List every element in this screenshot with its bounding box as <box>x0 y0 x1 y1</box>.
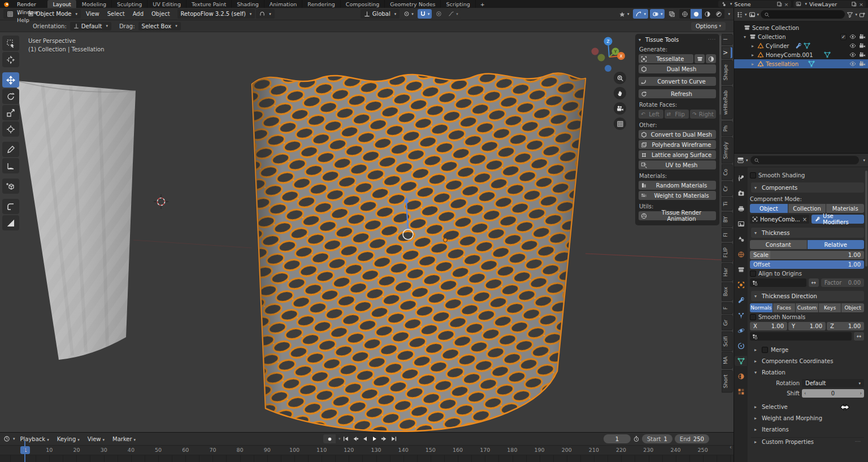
render-visibility-icon[interactable] <box>859 51 866 58</box>
polyhedra-wireframe-button[interactable]: Polyhedra Wireframe <box>639 140 716 149</box>
uv-to-mesh-button[interactable]: UV to Mesh <box>639 160 716 169</box>
sidebar-tab[interactable]: Box <box>722 282 733 301</box>
outliner-row-scene-collection[interactable]: Scene Collection <box>734 23 868 32</box>
menu-item[interactable]: Help <box>13 16 42 24</box>
align-to-origins-checkbox[interactable] <box>750 271 756 277</box>
mode-object[interactable]: Object <box>750 204 788 213</box>
3d-viewport[interactable]: Z Y X User Perspective (1) Collection | … <box>0 32 734 432</box>
expand-caret[interactable]: ▸ <box>750 43 756 49</box>
unlink-scene-icon[interactable]: × <box>784 1 789 7</box>
tessellate-halfball-icon-button[interactable] <box>706 54 716 63</box>
scale-tool[interactable] <box>2 105 19 120</box>
sidebar-tab[interactable]: FLIP <box>722 243 733 262</box>
workspace-tab[interactable]: Shading <box>232 0 264 8</box>
move-tool[interactable] <box>2 72 19 88</box>
convert-to-curve-button[interactable]: Convert to Curve <box>639 77 716 86</box>
convert-to-dual-mesh-button[interactable]: Convert to Dual Mesh <box>639 130 716 139</box>
pivot-point-dropdown[interactable]: ▾ <box>401 9 416 19</box>
timeline-menu-item[interactable]: View▾ <box>84 436 108 442</box>
add-cube-tool[interactable] <box>2 178 19 194</box>
sidebar-tab[interactable]: wHIteRab <box>722 86 733 119</box>
overlays-dropdown[interactable]: ▾ <box>650 9 665 19</box>
frame-end-field[interactable]: End250 <box>675 434 709 443</box>
viewport-menu-item[interactable]: View <box>82 11 103 17</box>
jump-to-start-button[interactable] <box>342 434 350 443</box>
tab-tool[interactable] <box>735 173 747 183</box>
outliner-search-input[interactable] <box>761 10 845 19</box>
annotate-tool[interactable] <box>2 142 19 157</box>
properties-editor-type-dropdown[interactable]: ▾ <box>737 156 748 164</box>
hide-eye-icon[interactable] <box>849 51 856 58</box>
smooth-shading-checkbox[interactable] <box>750 172 756 178</box>
pan-button[interactable] <box>614 87 626 99</box>
hide-eye-icon[interactable] <box>849 42 856 49</box>
mode-normals[interactable]: Normals <box>750 303 772 312</box>
properties-filter-dropdown[interactable]: ▾ <box>863 158 865 163</box>
tab-render[interactable] <box>735 188 747 198</box>
smooth-normals-checkbox[interactable] <box>750 314 756 320</box>
current-frame-field[interactable]: 1 <box>604 434 631 443</box>
lattice-along-surface-button[interactable]: Lattice along Surface <box>639 150 716 159</box>
tab-modifiers[interactable] <box>735 295 747 305</box>
sidebar-tab[interactable]: MA <box>722 352 733 369</box>
rotate-left-button[interactable]: ↶Left <box>639 110 663 119</box>
tab-view-layer[interactable] <box>735 219 747 229</box>
zoom-button[interactable] <box>614 72 626 84</box>
sidebar-tab[interactable]: BY <box>722 212 733 227</box>
clear-object-icon[interactable]: × <box>802 216 807 223</box>
workspace-tab[interactable]: Texture Paint <box>186 0 232 8</box>
select-box-tool[interactable] <box>2 36 19 51</box>
jump-to-end-button[interactable] <box>390 434 398 443</box>
sidebar-tab[interactable]: Shape <box>722 60 733 85</box>
tab-object-data[interactable] <box>735 356 747 366</box>
shading-rendered[interactable] <box>713 9 724 19</box>
use-modifiers-toggle[interactable]: Use Modifiers <box>811 215 864 224</box>
remove-layer-icon[interactable]: × <box>859 1 863 7</box>
hide-eye-icon[interactable] <box>849 60 856 67</box>
sidebar-tab[interactable]: Ph <box>722 121 733 136</box>
offset-slider[interactable]: Offset 1.00 <box>750 260 864 269</box>
axis-x-field[interactable]: X1.00 <box>750 322 787 330</box>
transform-orientation-dropdown[interactable]: Global▾ <box>361 9 400 19</box>
axis-y-field[interactable]: Y1.00 <box>788 322 826 330</box>
expand-caret[interactable]: ▸ <box>750 53 756 58</box>
components-coordinates-subpanel[interactable]: ▸Components Coordinates <box>751 356 864 365</box>
viewport-menu-item[interactable]: Select <box>103 11 129 17</box>
tab-collection-props[interactable] <box>735 264 747 274</box>
outliner-row-tessellation[interactable]: ▸ Tessellation <box>734 59 868 68</box>
mode-object-dir[interactable]: Object <box>841 303 864 312</box>
thickness-direction-section-header[interactable]: ▾Thickness Direction <box>751 291 864 301</box>
rotate-tool[interactable] <box>2 89 19 104</box>
gizmos-dropdown[interactable]: ▾ <box>633 9 648 19</box>
custom-properties-subpanel[interactable]: ▸Custom Properties ···· <box>751 437 864 446</box>
timeline-menu-item[interactable]: Keying▾ <box>53 436 84 442</box>
tab-physics[interactable] <box>735 325 747 335</box>
axis-z-field[interactable]: Z1.00 <box>827 322 864 330</box>
iterations-subpanel[interactable]: ▸Iterations <box>751 425 864 434</box>
viewport-menu-item[interactable]: Object <box>147 11 174 17</box>
rotate-flip-button[interactable]: ⇄Flip <box>665 110 689 119</box>
ortho-toggle-button[interactable] <box>614 117 626 130</box>
timeline-menu-item[interactable]: Playback▾ <box>16 436 53 442</box>
sidebar-tab[interactable]: Simply <box>722 137 733 164</box>
merge-checkbox[interactable] <box>762 347 768 353</box>
mode-relative[interactable]: Relative <box>808 240 865 249</box>
proportional-editing-toggle[interactable] <box>433 9 444 19</box>
tessellate-box-icon-button[interactable] <box>695 54 705 63</box>
sidebar-tab[interactable]: Scifi <box>722 332 733 351</box>
invert-direction-group-button[interactable]: ↔ <box>854 332 864 341</box>
tab-output[interactable] <box>735 203 747 213</box>
factor-slider-disabled[interactable]: Factor 0.00 <box>821 278 864 287</box>
retopoflow-dropdown[interactable]: RetopoFlow 3.2.5 (self)▾ <box>177 9 255 19</box>
transform-tool[interactable] <box>2 121 19 137</box>
workspace-tab[interactable]: Geometry Nodes <box>385 0 441 8</box>
tessellate-button[interactable]: Tessellate <box>639 54 693 63</box>
workspace-tab[interactable]: Animation <box>264 0 302 8</box>
render-visibility-icon[interactable] <box>859 33 866 40</box>
mode-collection[interactable]: Collection <box>788 204 826 213</box>
direction-vertex-group-field[interactable] <box>750 332 852 341</box>
panel-grip-icon[interactable]: ···· <box>708 37 716 42</box>
shading-material[interactable] <box>702 9 713 19</box>
sidebar-tab[interactable]: Co <box>722 164 733 180</box>
tab-world[interactable] <box>735 249 747 259</box>
